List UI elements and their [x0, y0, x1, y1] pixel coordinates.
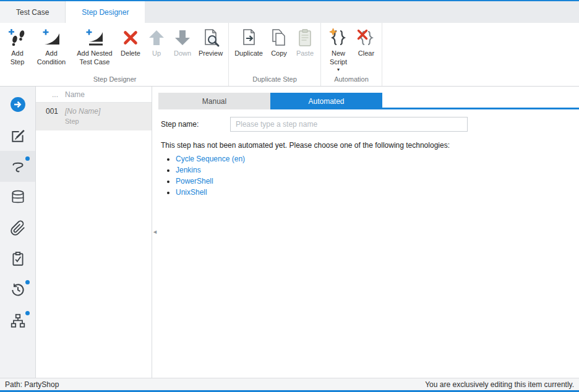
status-editing-message: You are exclusively editing this item cu…	[425, 380, 574, 389]
step-detail-panel: ◄ Manual Automated Step name: This step …	[152, 87, 579, 378]
delete-button[interactable]: Delete	[118, 27, 144, 59]
paste-icon	[295, 28, 315, 48]
lasso-icon	[10, 158, 26, 174]
arrow-circle-icon	[10, 96, 26, 113]
technology-list-item: PowerShell	[176, 177, 579, 185]
technology-link-powershell[interactable]: PowerShell	[176, 177, 213, 185]
clear-script-icon	[356, 28, 376, 48]
ribbon-button-label: Paste	[296, 49, 314, 58]
add-step-button[interactable]: Add Step	[4, 27, 31, 67]
step-name-form-row: Step name:	[161, 117, 579, 132]
ribbon-group-duplicate-step: Duplicate Copy	[229, 23, 321, 86]
ribbon-group-step-designer: Add Step Add Condition	[1, 23, 229, 86]
tab-underline	[382, 93, 579, 109]
ribbon-group-automation: New Script ▾ Clear Automation	[321, 23, 382, 86]
sidebar-item-attachments[interactable]	[0, 213, 35, 244]
ribbon-tabstrip: Test Case Step Designer	[0, 1, 579, 23]
automation-message: This step has not been automated yet. Pl…	[161, 141, 579, 150]
notification-badge	[25, 311, 30, 315]
paste-button: Paste	[292, 27, 318, 59]
technology-link-unixshell[interactable]: UnixShell	[176, 188, 207, 197]
sidebar-item-hierarchy[interactable]	[0, 305, 35, 336]
add-condition-button[interactable]: Add Condition	[31, 27, 72, 67]
history-icon	[10, 282, 26, 298]
ribbon-button-label: Copy	[271, 49, 287, 58]
chevron-down-icon[interactable]: ▾	[337, 67, 340, 72]
technology-link-cycle-sequence[interactable]: Cycle Sequence (en)	[176, 155, 245, 163]
edit-icon	[10, 127, 26, 143]
sidebar-item-data[interactable]	[0, 182, 35, 213]
ribbon-button-label: Delete	[121, 49, 140, 58]
sidebar	[0, 87, 36, 378]
ribbon-button-label: Add Condition	[34, 49, 69, 67]
add-step-icon	[7, 28, 27, 48]
duplicate-button[interactable]: Duplicate	[231, 27, 266, 59]
copy-icon	[269, 28, 289, 48]
collapse-panel-icon[interactable]: ◄	[152, 229, 158, 235]
notification-badge	[25, 156, 30, 161]
new-script-button[interactable]: New Script ▾	[324, 27, 353, 73]
preview-button[interactable]: Preview	[195, 27, 226, 59]
step-row[interactable]: 001 [No Name] Step	[36, 103, 152, 130]
preview-icon	[201, 28, 221, 48]
step-name-label: Step name:	[161, 120, 230, 129]
delete-icon	[121, 28, 140, 48]
column-header-name: Name	[61, 90, 152, 99]
status-path: Path: PartyShop	[5, 380, 59, 389]
ribbon-group-label: Automation	[321, 74, 382, 86]
steps-list-header: ... Name	[36, 87, 152, 103]
down-arrow-icon	[173, 28, 192, 48]
copy-button[interactable]: Copy	[266, 27, 292, 59]
up-arrow-icon	[147, 28, 166, 48]
ribbon-group-label: Step Designer	[1, 74, 228, 86]
step-name-input[interactable]	[230, 117, 468, 132]
add-condition-icon	[41, 28, 61, 48]
sidebar-item-edit[interactable]	[0, 120, 35, 151]
add-nested-test-case-icon	[85, 28, 105, 48]
ribbon-button-label: New Script	[327, 49, 350, 67]
paperclip-icon	[10, 220, 26, 236]
step-number: 001	[36, 107, 61, 125]
ribbon-button-label: Add Step	[7, 49, 28, 67]
notification-badge	[25, 280, 30, 284]
ribbon-button-label: Add Nested Test Case	[75, 49, 114, 67]
database-icon	[10, 189, 26, 205]
ribbon-button-label: Up	[152, 49, 161, 58]
steps-panel: ... Name 001 [No Name] Step	[36, 87, 152, 378]
ribbon: Add Step Add Condition	[0, 23, 579, 87]
step-name-cell: [No Name] Step	[61, 107, 152, 125]
technology-link-jenkins[interactable]: Jenkins	[176, 166, 201, 174]
technology-list-item: Cycle Sequence (en)	[176, 155, 579, 163]
ribbon-button-label: Duplicate	[234, 49, 263, 58]
sidebar-item-overview[interactable]	[0, 89, 35, 120]
tab-automated[interactable]: Automated	[270, 93, 382, 109]
down-button: Down	[169, 27, 195, 59]
clear-script-button[interactable]: Clear	[353, 27, 379, 59]
technology-list-item: UnixShell	[176, 188, 579, 197]
sidebar-item-history[interactable]	[0, 275, 35, 305]
add-nested-test-case-button[interactable]: Add Nested Test Case	[72, 27, 118, 67]
ribbon-group-label: Duplicate Step	[229, 74, 320, 86]
app-window: Test Case Step Designer	[0, 0, 579, 392]
main-area: ... Name 001 [No Name] Step ◄ Manual Aut…	[0, 87, 579, 378]
hierarchy-icon	[10, 313, 26, 329]
up-button: Up	[144, 27, 169, 59]
status-bar: Path: PartyShop You are exclusively edit…	[0, 378, 579, 390]
duplicate-icon	[239, 28, 259, 48]
tab-test-case[interactable]: Test Case	[0, 1, 66, 23]
new-script-icon	[328, 28, 348, 48]
sidebar-item-checklist[interactable]	[0, 244, 35, 275]
technology-list-item: Jenkins	[176, 166, 579, 174]
ribbon-button-label: Down	[174, 49, 191, 58]
step-type-text: Step	[65, 117, 152, 125]
ribbon-button-label: Clear	[358, 49, 374, 58]
column-menu-button[interactable]: ...	[36, 90, 61, 99]
ribbon-button-label: Preview	[199, 49, 223, 58]
technology-list: Cycle Sequence (en) Jenkins PowerShell U…	[176, 155, 579, 197]
tab-step-designer[interactable]: Step Designer	[66, 1, 145, 23]
step-name-text: [No Name]	[65, 107, 152, 116]
clipboard-check-icon	[10, 251, 26, 267]
tab-manual[interactable]: Manual	[158, 93, 270, 109]
sidebar-item-steps[interactable]	[0, 151, 35, 182]
detail-tabs: Manual Automated	[158, 93, 579, 109]
